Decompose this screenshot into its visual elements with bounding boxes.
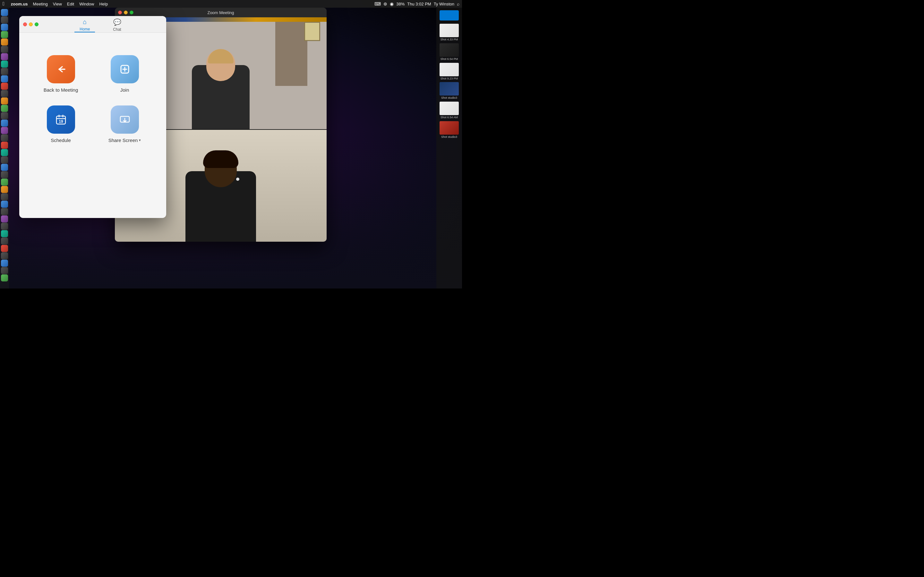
dock-item-16[interactable] — [1, 127, 8, 134]
meeting-close-button[interactable] — [118, 11, 122, 15]
zoom-home-window: ⌂ Home 💬 Chat Back to Meeting — [19, 16, 166, 218]
dock-item-25[interactable] — [1, 193, 8, 200]
username-display: Ty Winston — [434, 2, 454, 6]
datetime-display: Thu 3:02 PM — [407, 2, 431, 6]
person2-hair — [203, 150, 238, 168]
dock-item-23[interactable] — [1, 179, 8, 185]
dock — [0, 8, 9, 288]
zoom-home-content: Back to Meeting Join 19 Sch — [19, 42, 166, 156]
person1-silhouette — [189, 39, 253, 129]
home-icon: ⌂ — [83, 18, 87, 26]
screenshot-item-2[interactable]: Shot 6.54 PM — [439, 43, 459, 61]
screenshot-item-3[interactable]: Shot 9.23 PM — [439, 63, 459, 81]
tab-home[interactable]: ⌂ Home — [74, 16, 95, 32]
room-window — [304, 22, 320, 41]
screenshot-label-6: Shot studio3 — [441, 135, 457, 139]
zoom-home-titlebar: ⌂ Home 💬 Chat — [19, 16, 166, 33]
dock-item-29[interactable] — [1, 223, 8, 230]
dock-item-24[interactable] — [1, 186, 8, 193]
dock-item-2[interactable] — [1, 24, 8, 31]
screenshot-label-1: Shot 4.33 PM — [441, 38, 458, 41]
person2-silhouette — [186, 145, 256, 242]
menubar-help[interactable]: Help — [99, 2, 108, 6]
dock-item-11[interactable] — [1, 90, 8, 97]
bluetooth-icon: ⌨ — [375, 1, 381, 6]
dock-item-21[interactable] — [1, 164, 8, 171]
screenshot-thumb-2 — [439, 43, 459, 57]
menubar-right: ⌨ ⊛ ◉ 38% Thu 3:02 PM Ty Winston ⌕ — [375, 1, 459, 6]
screenshot-thumb-4 — [439, 82, 459, 95]
zoom-meeting-title: Zoom Meeting — [207, 10, 234, 15]
dock-item-28[interactable] — [1, 215, 8, 222]
dock-item-10[interactable] — [1, 83, 8, 90]
menubar-window[interactable]: Window — [79, 2, 94, 6]
dock-item-27[interactable] — [1, 208, 8, 215]
dock-item-9[interactable] — [1, 75, 8, 82]
dock-item-31[interactable] — [1, 237, 8, 245]
dock-item-20[interactable] — [1, 156, 8, 163]
search-icon[interactable]: ⌕ — [457, 1, 459, 6]
meeting-minimize-button[interactable] — [124, 11, 128, 15]
menubar:  zoom.us Meeting View Edit Window Help … — [0, 0, 462, 8]
dock-item-6[interactable] — [1, 53, 8, 60]
screenshot-thumb-1 — [439, 24, 459, 37]
menubar-meeting[interactable]: Meeting — [33, 2, 48, 6]
join-label: Join — [120, 87, 129, 93]
maximize-button[interactable] — [35, 23, 39, 26]
dock-item-14[interactable] — [1, 112, 8, 119]
tab-chat-label: Chat — [113, 27, 121, 32]
menubar-view[interactable]: View — [53, 2, 62, 6]
dock-item-3[interactable] — [1, 31, 8, 38]
dock-item-22[interactable] — [1, 171, 8, 178]
dock-item-17[interactable] — [1, 134, 8, 141]
dock-item-5[interactable] — [1, 46, 8, 53]
screenshot-item-6[interactable]: Shot studio3 — [439, 121, 459, 139]
screenshot-label-5: Shot 6.54 AM — [441, 116, 458, 119]
zoom-meeting-traffic-lights — [118, 11, 134, 15]
dock-item-4[interactable] — [1, 39, 8, 45]
sidebar-top-button[interactable] — [439, 10, 459, 21]
back-to-meeting-button[interactable]: Back to Meeting — [39, 55, 83, 93]
dock-item-8[interactable] — [1, 68, 8, 75]
menubar-left:  zoom.us Meeting View Edit Window Help — [3, 1, 108, 7]
menubar-app-name[interactable]: zoom.us — [11, 2, 28, 6]
screenshot-item-1[interactable]: Shot 4.33 PM — [439, 24, 459, 41]
dock-item-13[interactable] — [1, 105, 8, 112]
screenshot-thumb-3 — [439, 63, 459, 76]
dock-item-1[interactable] — [1, 16, 8, 23]
share-screen-label: Share Screen — [108, 137, 138, 143]
schedule-icon: 19 — [47, 105, 75, 134]
dock-item-32[interactable] — [1, 245, 8, 252]
dock-item-35[interactable] — [1, 267, 8, 274]
battery-indicator: 38% — [396, 2, 405, 6]
join-button[interactable]: Join — [102, 55, 147, 93]
dock-item-34[interactable] — [1, 259, 8, 267]
screenshot-label-3: Shot 9.23 PM — [441, 77, 458, 81]
meeting-maximize-button[interactable] — [129, 11, 134, 15]
screenshot-item-4[interactable]: Shot studio3 — [439, 82, 459, 100]
wifi-icon: ⊛ — [383, 1, 387, 6]
minimize-button[interactable] — [29, 23, 33, 26]
dock-item-33[interactable] — [1, 252, 8, 259]
screenshot-item-5[interactable]: Shot 6.54 AM — [439, 102, 459, 119]
share-screen-button[interactable]: Share Screen ▾ — [102, 105, 147, 143]
dock-item-36[interactable] — [1, 274, 8, 282]
dock-item-finder[interactable] — [1, 9, 8, 16]
dock-item-18[interactable] — [1, 142, 8, 149]
dock-item-19[interactable] — [1, 149, 8, 156]
dock-item-12[interactable] — [1, 97, 8, 105]
chevron-down-icon: ▾ — [139, 138, 141, 142]
close-button[interactable] — [23, 23, 27, 26]
person2-earbud — [236, 177, 239, 181]
schedule-button[interactable]: 19 Schedule — [39, 105, 83, 143]
chat-icon: 💬 — [113, 18, 121, 26]
dock-item-26[interactable] — [1, 201, 8, 208]
tab-chat[interactable]: 💬 Chat — [108, 16, 126, 32]
menubar-edit[interactable]: Edit — [67, 2, 74, 6]
screenshot-label-4: Shot studio3 — [441, 96, 457, 100]
dock-item-7[interactable] — [1, 61, 8, 68]
screenshot-label-2: Shot 6.54 PM — [441, 57, 458, 61]
apple-menu-icon[interactable]:  — [3, 1, 5, 7]
dock-item-15[interactable] — [1, 119, 8, 127]
dock-item-30[interactable] — [1, 230, 8, 237]
